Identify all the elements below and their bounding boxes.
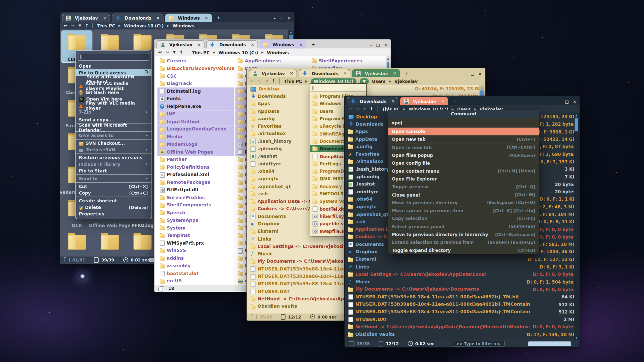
title-bar[interactable]: Vjekoslav×Downloads×Windows×+ –□× <box>154 39 391 49</box>
grid-item-prefetch[interactable]: Prefetch <box>94 230 125 257</box>
file-row-systemapps[interactable]: SystemApps <box>157 216 234 224</box>
history-dropdown-button[interactable]: ▼ <box>173 50 176 55</box>
file-row-system[interactable]: System <box>157 224 234 232</box>
grid-item-policydefinitions[interactable]: PolicyDefinitions <box>61 230 92 257</box>
command-item-move-to-previous-directory[interactable]: Move to previous directory[Backspace] [C… <box>388 199 539 207</box>
file-row-eksterni[interactable]: EksterniD: 12, F: 127, 12 GB <box>345 256 579 263</box>
minimize-button[interactable]: – <box>559 100 561 103</box>
up-button[interactable]: ↑ <box>179 50 183 55</box>
file-row-speech[interactable]: Speech <box>157 209 234 216</box>
tab-downloads[interactable]: Downloads× <box>206 40 258 49</box>
file-row-inputmethod[interactable]: InputMethod <box>157 118 234 125</box>
file-row-tempinst[interactable]: TempInst <box>157 232 234 239</box>
breadcrumb-windows[interactable]: Windows <box>267 50 289 55</box>
new-tab-button[interactable]: + <box>214 15 224 20</box>
file-row-rtlexupd-dll[interactable]: RtlExUpd.dll <box>157 186 234 194</box>
file-row-music[interactable]: MusicD: 0, F: 1, 504 bytes <box>345 278 579 286</box>
command-item-select-previous-panel[interactable]: Select previous panel[Shift+Tab] <box>388 223 539 231</box>
file-row-inf[interactable]: INF <box>157 110 234 118</box>
maximize-button[interactable]: □ <box>565 100 569 103</box>
file-row-my-documents[interactable]: My Documents -> C:\Users\Vjekoslav\Docum… <box>345 286 579 293</box>
context-menu-item-send-a-copy[interactable]: Send a copy... <box>75 117 151 123</box>
breadcrumb-users[interactable]: Users <box>372 79 386 84</box>
tab-vjekoslav[interactable]: Vjekoslav× <box>400 97 448 105</box>
scroll-down-icon[interactable]: ▼ <box>574 335 579 340</box>
maximize-button[interactable]: □ <box>471 72 474 75</box>
context-menu-item-properties[interactable]: Properties <box>75 211 151 217</box>
file-row-obsidian-vaults[interactable]: Obsidian vaultsD: 17, F: 149, 38 MB <box>345 331 579 338</box>
minimize-button[interactable]: – <box>370 43 372 47</box>
file-row-panther[interactable]: Panther <box>157 156 234 163</box>
minimize-button[interactable]: – <box>274 17 276 20</box>
command-item-move-cursor-to-previous-item[interactable]: Move cursor to previous item[Ctrl+K] [Ct… <box>388 207 539 215</box>
file-row-wmsyspr9-prx[interactable]: WMSysPr9.prx <box>157 239 234 247</box>
back-button[interactable]: ↩ <box>251 79 254 83</box>
tab-downloads[interactable]: Downloads× <box>112 14 164 22</box>
tab-close-icon[interactable]: × <box>299 42 303 47</box>
title-bar[interactable]: Vjekoslav×Downloads×Vjekoslav×+ –□× <box>247 68 485 77</box>
file-row-shellcomponents[interactable]: ShellComponents <box>157 201 234 209</box>
file-row-ntuser-dat[interactable]: NTUSER.DAT2 MB <box>345 316 579 323</box>
command-item-open-console[interactable]: Open Console <box>388 128 539 136</box>
minimize-button[interactable]: – <box>465 72 467 75</box>
file-row-ntuser-dat-53b39e88-18c4-11ea-a811-000d3aa4692b-tmcontainer00000000000000000002-regtrans-ms[interactable]: NTUSER.DAT{53b39e88-18c4-11ea-a811-000d3… <box>345 308 579 316</box>
close-button[interactable]: × <box>288 17 291 20</box>
grid-item-printdialog[interactable]: PrintDialog <box>127 230 158 257</box>
command-item-extend-selection-to-previous-item[interactable]: Extend selection to previous item[Shift+… <box>388 239 539 247</box>
tab-close-icon[interactable]: × <box>205 16 208 20</box>
tab-vjekoslav[interactable]: Vjekoslav× <box>62 14 110 22</box>
command-item-close-panel[interactable]: Close panel[Ctrl+W] <box>388 191 539 199</box>
file-row-appreadiness[interactable]: AppReadiness <box>235 57 309 65</box>
context-menu-item-svn-checkout[interactable]: SVN Checkout... <box>75 140 151 147</box>
context-menu-item-include-in-library[interactable]: Include in library▶ <box>75 161 151 167</box>
tab-vjekoslav[interactable]: Vjekoslav× <box>249 69 297 77</box>
file-row-local-settings[interactable]: Local Settings -> C:\Users\Vjekoslav\App… <box>345 270 579 278</box>
forward-button[interactable]: ↪ <box>166 50 169 55</box>
history-dropdown-button[interactable]: ▼ <box>265 79 268 83</box>
context-menu-item-copy[interactable]: Copy[Ctrl+C] <box>75 190 151 196</box>
file-row-professional-xml[interactable]: Professional.xml <box>157 171 234 178</box>
breadcrumb-this-pc[interactable]: This PC <box>97 23 115 28</box>
forward-button[interactable]: ↪ <box>356 107 359 111</box>
tab-close-icon[interactable]: × <box>391 99 395 103</box>
file-row-assembly[interactable]: assembly <box>157 262 234 269</box>
up-button[interactable]: ↑ <box>85 23 89 28</box>
tab-close-icon[interactable]: × <box>441 99 445 103</box>
file-row-policydefinitions[interactable]: PolicyDefinitions <box>157 163 234 171</box>
tab-close-icon[interactable]: × <box>103 16 106 20</box>
title-bar[interactable]: Downloads×Vjekoslav×+ –□× <box>345 96 580 105</box>
command-item-open-files-popup[interactable]: Open files popup[Alt+Down] <box>388 151 539 159</box>
context-menu-item-pin-to-start[interactable]: Pin to Start <box>75 167 151 174</box>
title-bar[interactable]: Vjekoslav×Downloads×Windows×+ –□× <box>60 13 294 22</box>
breadcrumb-this-pc[interactable]: This PC <box>284 79 302 84</box>
scroll-up-icon[interactable]: ▲ <box>386 56 390 61</box>
file-row-dtcinstall-log[interactable]: DtcInstall.log <box>157 87 234 95</box>
new-tab-button[interactable]: + <box>450 98 460 104</box>
file-row-modemlogs[interactable]: ModemLogs <box>157 141 234 148</box>
command-item-move-to-previous-directory-in-hierarchy[interactable]: Move to previous directory in hierarchy[… <box>388 231 539 239</box>
scroll-up-icon[interactable]: ▲ <box>479 85 485 90</box>
forward-button[interactable]: ↪ <box>71 23 75 28</box>
file-row-bootstat-dat[interactable]: bootstat.dat <box>157 270 234 277</box>
back-button[interactable]: ↩ <box>158 50 162 55</box>
breadcrumb-vjekoslav[interactable]: Vjekoslav <box>394 79 418 84</box>
close-button[interactable]: × <box>478 72 482 75</box>
context-menu-item-restore-previous-versions[interactable]: Restore previous versions <box>75 154 151 161</box>
context-menu-item-add-to-vlc-media-player-s-playlist[interactable]: Add to VLC media player's Playlist <box>75 82 151 89</box>
command-item-toggle-expand-directory[interactable]: Toggle expand directory[Ctrl+B] <box>388 246 539 254</box>
breadcrumb-windows-10-c[interactable]: Windows 10 (C:) <box>124 23 164 28</box>
file-row-helppane-exe[interactable]: HelpPane.exe <box>157 103 234 110</box>
history-dropdown-button[interactable]: ▼ <box>79 23 81 28</box>
file-row-serviceprofiles[interactable]: ServiceProfiles <box>157 194 234 201</box>
command-item-open-config-file[interactable]: Open config file <box>388 159 539 167</box>
command-item-open-new-tab[interactable]: Open new tab[Ctrl+T] <box>388 135 539 144</box>
filter-field[interactable] <box>528 341 571 346</box>
tab-downloads[interactable]: Downloads× <box>347 97 398 105</box>
context-menu-item-create-shortcut[interactable]: Create shortcut <box>75 197 151 204</box>
tab-downloads[interactable]: Downloads× <box>299 69 350 77</box>
command-item-open-in-new-tab[interactable]: Open in new tab[Ctrl+Enter] <box>388 144 539 152</box>
tab-vjekoslav[interactable]: Vjekoslav× <box>156 40 205 49</box>
context-menu-item-tortoisesvn[interactable]: TortoiseSVN▶ <box>75 147 151 153</box>
back-button[interactable]: ↩ <box>348 107 352 111</box>
context-menu-item-scan-with-microsoft-defender[interactable]: Scan with Microsoft Defender... <box>75 124 151 131</box>
